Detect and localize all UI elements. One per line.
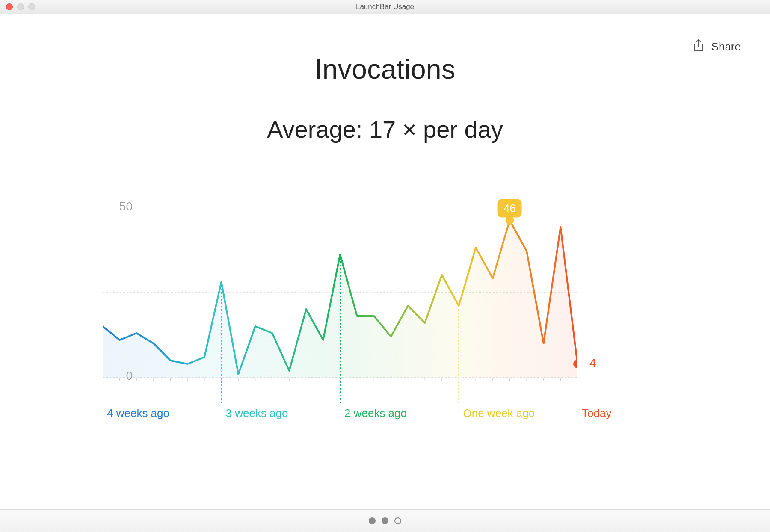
y-tick-max: 50 — [119, 200, 133, 213]
page-dot[interactable] — [369, 517, 376, 524]
page-indicator-bar — [0, 509, 770, 532]
chart-svg — [103, 207, 578, 403]
x-axis-label: 2 weeks ago — [344, 407, 407, 420]
page-dot[interactable] — [382, 517, 388, 524]
average-summary: Average: 17 × per day — [0, 94, 770, 143]
y-tick-min: 0 — [126, 369, 133, 383]
x-axis-label: Today — [582, 407, 611, 420]
invocations-chart: 50 0 46 4 4 weeks ago3 weeks ago2 weeks … — [103, 207, 616, 405]
page-title: Invocations — [0, 14, 770, 85]
content-area: Share Invocations Average: 17 × per day … — [0, 14, 770, 510]
share-button[interactable]: Share — [693, 39, 741, 55]
x-axis-label: 3 weeks ago — [226, 407, 288, 420]
today-value-label: 4 — [589, 356, 596, 370]
x-axis-label: One week ago — [463, 407, 535, 420]
page-dot[interactable] — [394, 517, 401, 524]
window-title: LaunchBar Usage — [0, 3, 770, 11]
share-icon — [693, 39, 704, 55]
peak-callout: 46 — [498, 199, 522, 218]
x-axis-label: 4 weeks ago — [107, 407, 169, 420]
share-label: Share — [711, 40, 741, 53]
window-titlebar: LaunchBar Usage — [0, 0, 770, 14]
